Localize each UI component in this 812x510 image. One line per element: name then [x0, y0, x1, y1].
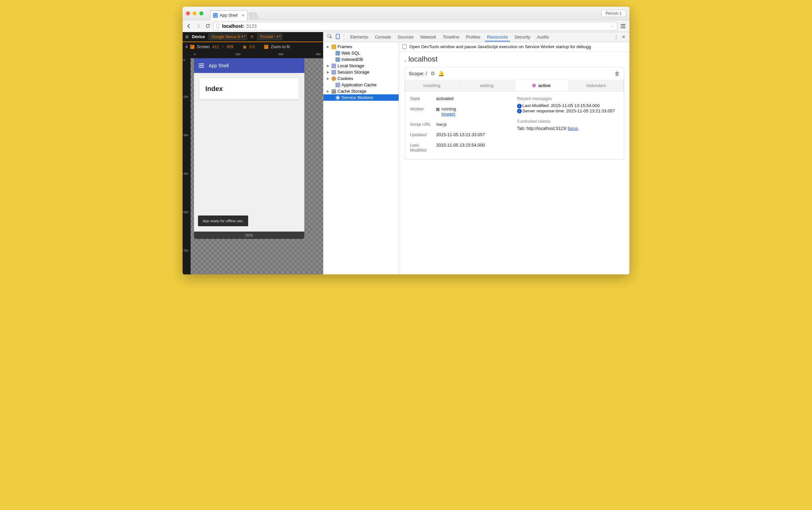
- zoom-label: Zoom to fit: [271, 45, 290, 49]
- app-menu-icon[interactable]: [199, 64, 204, 67]
- device-label: Device: [192, 34, 205, 39]
- devtools-tab-security[interactable]: Security: [511, 33, 534, 41]
- page-icon: [216, 24, 220, 28]
- bookmark-star-icon[interactable]: ☆: [611, 23, 615, 29]
- sw-startup-option[interactable]: Open DevTools window and pause JavaScrip…: [399, 42, 629, 52]
- minimize-window-button[interactable]: [192, 11, 197, 16]
- content-body: ⊘ Device Google Nexus 6▲▾ ⟳ Portrait ‑▲▾…: [183, 32, 629, 275]
- dpr-value[interactable]: 3.5: [249, 45, 255, 49]
- devtools-toolbar: ElementsConsoleSourcesNetworkTimelinePro…: [323, 32, 629, 42]
- orientation-select[interactable]: Portrait ‑▲▾: [257, 33, 282, 40]
- back-button[interactable]: [185, 22, 192, 30]
- devtools-more-icon[interactable]: ⋮: [613, 34, 620, 39]
- devtools-tab-resources[interactable]: Resources: [484, 33, 511, 41]
- lastmod-label: Last-Modified: [410, 143, 433, 152]
- lastmod-value: 2015-11-05 13:15:54.000: [436, 143, 485, 152]
- info-icon: i: [517, 104, 522, 108]
- device-screen[interactable]: App Shell Index App ready for offline us…: [194, 58, 304, 232]
- devtools-tab-profiles[interactable]: Profiles: [462, 33, 484, 41]
- tree-item-session-storage[interactable]: ▶Session Storage: [323, 69, 399, 75]
- screen-width[interactable]: 412: [212, 45, 219, 49]
- new-tab-button[interactable]: [248, 13, 259, 20]
- tree-item-web-sql[interactable]: Web SQL: [323, 50, 399, 56]
- favicon-icon: [213, 13, 218, 18]
- tree-item-indexeddb[interactable]: IndexedDB: [323, 56, 399, 63]
- tree-item-service-workers[interactable]: Service Workers: [323, 94, 399, 101]
- sw-tab-waiting[interactable]: waiting: [459, 80, 514, 91]
- ruler-vertical: 0 150 300 450 600 750: [183, 58, 191, 275]
- reload-button[interactable]: [204, 22, 211, 30]
- sw-box: Scope: / ⚙ 🔔 🗑 installingwaiting⚙activer…: [404, 67, 624, 160]
- tab-strip: App Shell ×: [210, 7, 258, 20]
- sw-origin-heading: . localhost: [399, 52, 629, 65]
- svg-point-3: [337, 38, 338, 38]
- media-icon[interactable]: ≡: [185, 45, 188, 49]
- focus-link[interactable]: focus: [568, 126, 578, 131]
- no-entry-icon[interactable]: ⊘: [185, 34, 189, 39]
- sw-startup-label: Open DevTools window and pause JavaScrip…: [409, 44, 591, 49]
- devtools-tab-console[interactable]: Console: [371, 33, 394, 41]
- index-card: Index: [199, 78, 299, 100]
- stop-icon[interactable]: [436, 108, 440, 111]
- device-frame: App Shell Index App ready for offline us…: [194, 58, 304, 239]
- fullscreen-window-button[interactable]: [199, 11, 203, 16]
- script-value: /sw.js: [436, 122, 447, 127]
- tree-item-local-storage[interactable]: ▶Local Storage: [323, 63, 399, 69]
- device-home-bar: [194, 232, 304, 239]
- recent-message: iServer response time: 2015-11-05 13:21:…: [517, 108, 615, 114]
- app-title: App Shell: [209, 63, 229, 68]
- device-select[interactable]: Google Nexus 6▲▾: [208, 33, 247, 40]
- browser-tab[interactable]: App Shell ×: [210, 10, 247, 20]
- devtools-tab-sources[interactable]: Sources: [394, 33, 417, 41]
- close-tab-icon[interactable]: ×: [242, 13, 244, 18]
- devtools-tab-network[interactable]: Network: [417, 33, 440, 41]
- sw-details: Stateactivated Worker running inspect Sc…: [405, 91, 624, 159]
- recent-message: iLast-Modified: 2015-11-05 13:15:54.000: [517, 103, 615, 108]
- chrome-window: App Shell × Person 1 localhost:3123 ☆: [183, 7, 629, 275]
- state-value: activated: [436, 96, 453, 101]
- devtools-panel: ElementsConsoleSourcesNetworkTimelinePro…: [323, 32, 629, 275]
- devtools-tab-elements[interactable]: Elements: [347, 33, 371, 41]
- device-mode-icon[interactable]: [334, 34, 341, 40]
- svg-rect-0: [216, 24, 219, 28]
- sw-tab-active[interactable]: ⚙active: [514, 80, 569, 91]
- device-toolbar-row2: ≡ Screen 412 × 659 ▣ 3.5 Zoom to fit: [183, 42, 323, 52]
- profile-button[interactable]: Person 1: [601, 10, 626, 17]
- rotate-refresh-icon[interactable]: ⟳: [250, 34, 254, 39]
- sw-gear-icon[interactable]: ⚙: [430, 70, 435, 77]
- info-icon: i: [517, 109, 522, 113]
- tree-item-frames[interactable]: ▶Frames: [323, 44, 399, 50]
- screen-height[interactable]: 659: [227, 45, 234, 49]
- controlled-client: Tab: http://localhost:3123/ focus: [517, 126, 615, 131]
- service-worker-main: Open DevTools window and pause JavaScrip…: [399, 42, 629, 275]
- tree-item-application-cache[interactable]: Application Cache: [323, 82, 399, 88]
- url-port: 3123: [246, 23, 257, 29]
- offline-toast: App ready for offline use.: [198, 216, 248, 226]
- sw-bell-icon[interactable]: 🔔: [438, 70, 445, 77]
- updated-value: 2015-11-05 13:21:33.057: [436, 132, 485, 137]
- ruler-corner: [183, 52, 192, 58]
- sw-delete-icon[interactable]: 🗑: [615, 70, 620, 76]
- dpr-icon: ▣: [243, 45, 246, 49]
- chrome-menu-button[interactable]: [620, 22, 627, 30]
- devtools-tab-audits[interactable]: Audits: [534, 33, 552, 41]
- controlled-clients-title: Controlled clients: [517, 119, 615, 124]
- ruler-horizontal: 0 150 300 450: [192, 52, 323, 58]
- devtools-tab-timeline[interactable]: Timeline: [440, 33, 462, 41]
- screen-checkbox[interactable]: [190, 45, 194, 49]
- sw-startup-checkbox[interactable]: [402, 45, 407, 49]
- sw-tab-redundant[interactable]: redundant: [569, 80, 624, 91]
- close-window-button[interactable]: [186, 11, 190, 16]
- tree-item-cookies[interactable]: ▶Cookies: [323, 75, 399, 82]
- url-input[interactable]: localhost:3123 ☆: [213, 22, 618, 30]
- forward-button[interactable]: [194, 22, 202, 30]
- tree-item-cache-storage[interactable]: ▶Cache Storage: [323, 88, 399, 94]
- inspect-element-icon[interactable]: [326, 34, 334, 40]
- inspect-link[interactable]: inspect: [442, 111, 455, 116]
- sw-tab-installing[interactable]: installing: [405, 80, 459, 91]
- screen-label: Screen: [197, 45, 210, 49]
- traffic-lights: [186, 11, 203, 16]
- zoom-checkbox[interactable]: [264, 45, 268, 49]
- resources-tree[interactable]: ▶FramesWeb SQLIndexedDB▶Local Storage▶Se…: [323, 42, 399, 275]
- devtools-close-icon[interactable]: ✕: [620, 34, 627, 39]
